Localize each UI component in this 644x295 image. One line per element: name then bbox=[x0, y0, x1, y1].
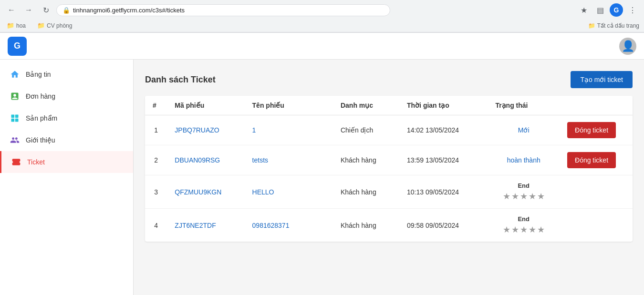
app-header: G 👤 bbox=[0, 33, 644, 60]
sidebar-item-bang-tin-label: Bảng tin bbox=[26, 71, 51, 78]
svg-rect-0 bbox=[11, 115, 15, 118]
status-moi: Mới bbox=[518, 126, 530, 134]
cell-thoigian: 14:02 13/05/2024 bbox=[399, 115, 488, 145]
cell-thoigian: 09:58 09/05/2024 bbox=[399, 209, 488, 242]
bookmark-hoa-label: hoa bbox=[16, 22, 26, 29]
cell-num: 4 bbox=[145, 209, 167, 242]
table-row: 2DBUAN09RSGtetstsKhách hàng13:59 13/05/2… bbox=[145, 145, 633, 175]
bookmark-star-button[interactable]: ★ bbox=[577, 3, 591, 17]
security-icon: 🔒 bbox=[62, 7, 70, 14]
star-1[interactable]: ★ bbox=[503, 191, 510, 202]
sidebar-item-san-pham[interactable]: Sản phẩm bbox=[0, 107, 133, 129]
ten-phieu-link[interactable]: HELLO bbox=[252, 188, 274, 196]
sidebar-item-gioi-thieu-label: Giới thiệu bbox=[26, 136, 55, 144]
cell-ten[interactable]: HELLO bbox=[245, 175, 333, 209]
cell-ten[interactable]: 0981628371 bbox=[245, 209, 333, 242]
col-header-thoigian: Thời gian tạo bbox=[399, 96, 488, 115]
cell-ten[interactable]: tetsts bbox=[245, 145, 333, 175]
ten-phieu-link[interactable]: 1 bbox=[252, 126, 256, 134]
cell-ma[interactable]: ZJT6NE2TDF bbox=[167, 209, 244, 242]
col-header-trangthai: Trạng thái bbox=[488, 96, 560, 115]
cell-danhmuc: Khách hàng bbox=[333, 145, 399, 175]
back-button[interactable]: ← bbox=[5, 3, 18, 17]
ma-phieu-link[interactable]: DBUAN09RSG bbox=[175, 156, 220, 164]
cell-action bbox=[560, 175, 633, 209]
stars-rating[interactable]: ★ ★ ★ ★ ★ bbox=[503, 191, 545, 202]
cell-ma[interactable]: JPBQ7RUAZO bbox=[167, 115, 244, 145]
star-3[interactable]: ★ bbox=[520, 224, 528, 235]
star-5[interactable]: ★ bbox=[537, 224, 545, 235]
forward-button[interactable]: → bbox=[22, 3, 35, 17]
sidebar-item-don-hang[interactable]: Đơn hàng bbox=[0, 85, 133, 107]
page-title: Danh sách Ticket bbox=[145, 75, 216, 85]
referral-icon bbox=[10, 135, 20, 145]
ten-phieu-link[interactable]: 0981628371 bbox=[252, 222, 290, 229]
status-hoanthanh: hoàn thành bbox=[507, 156, 540, 164]
cell-num: 3 bbox=[145, 175, 167, 209]
user-avatar[interactable]: 👤 bbox=[619, 38, 636, 55]
sidebar-item-bang-tin[interactable]: Bảng tin bbox=[0, 63, 133, 85]
cell-danhmuc: Chiến dịch bbox=[333, 115, 399, 145]
end-status: End ★ ★ ★ ★ ★ bbox=[495, 215, 552, 235]
cell-num: 1 bbox=[145, 115, 167, 145]
end-status: End ★ ★ ★ ★ ★ bbox=[495, 182, 552, 202]
dong-ticket-button[interactable]: Đóng ticket bbox=[567, 122, 616, 138]
sidebar: Bảng tin Đơn hàng Sản phẩm Giới thiệu Ti… bbox=[0, 60, 134, 295]
profile-button[interactable]: G bbox=[610, 3, 623, 17]
cell-num: 2 bbox=[145, 145, 167, 175]
star-4[interactable]: ★ bbox=[529, 191, 536, 202]
bookmark-cv-phong[interactable]: 📁 CV phòng bbox=[35, 21, 74, 30]
address-bar[interactable]: 🔒 tinhnangmoi6.getflycrm.com/c3s#/ticket… bbox=[56, 4, 390, 16]
all-bookmarks[interactable]: 📁 Tất cả dấu trang bbox=[588, 22, 639, 29]
cell-ma[interactable]: QFZMUU9KGN bbox=[167, 175, 244, 209]
folder-icon-2: 📁 bbox=[37, 22, 45, 29]
sidebar-item-san-pham-label: Sản phẩm bbox=[26, 114, 57, 122]
content-area: Danh sách Ticket Tạo mới ticket # Mã phi… bbox=[134, 60, 644, 295]
cell-trangthai: Mới bbox=[488, 115, 560, 145]
stars-rating[interactable]: ★ ★ ★ ★ ★ bbox=[503, 224, 545, 235]
cell-ten[interactable]: 1 bbox=[245, 115, 333, 145]
ticket-icon bbox=[11, 157, 21, 167]
products-icon bbox=[10, 113, 20, 123]
ten-phieu-link[interactable]: tetsts bbox=[252, 156, 268, 164]
bookmark-cv-phong-label: CV phòng bbox=[47, 22, 72, 29]
star-3[interactable]: ★ bbox=[520, 191, 528, 202]
table-row: 1JPBQ7RUAZO1Chiến dịch14:02 13/05/2024Mớ… bbox=[145, 115, 633, 145]
table-row: 4ZJT6NE2TDF0981628371Khách hàng09:58 09/… bbox=[145, 209, 633, 242]
menu-button[interactable]: ⋮ bbox=[626, 3, 639, 17]
cell-action: Đóng ticket bbox=[560, 145, 633, 175]
ma-phieu-link[interactable]: QFZMUU9KGN bbox=[175, 188, 221, 196]
cell-thoigian: 13:59 13/05/2024 bbox=[399, 145, 488, 175]
reload-button[interactable]: ↻ bbox=[39, 3, 52, 17]
svg-rect-2 bbox=[11, 119, 15, 122]
url-text: tinhnangmoi6.getflycrm.com/c3s#/tickets bbox=[73, 7, 185, 14]
cell-thoigian: 10:13 09/05/2024 bbox=[399, 175, 488, 209]
app-logo[interactable]: G bbox=[8, 37, 27, 56]
cell-trangthai: hoàn thành bbox=[488, 145, 560, 175]
col-header-danhmuc: Danh mục bbox=[333, 96, 399, 115]
extension-button[interactable]: ▤ bbox=[593, 3, 607, 17]
folder-icon-all: 📁 bbox=[588, 22, 595, 29]
star-1[interactable]: ★ bbox=[503, 224, 510, 235]
folder-icon: 📁 bbox=[7, 22, 14, 29]
cell-trangthai: End ★ ★ ★ ★ ★ bbox=[488, 175, 560, 209]
col-header-ma: Mã phiếu bbox=[167, 96, 244, 115]
bookmark-hoa[interactable]: 📁 hoa bbox=[5, 21, 28, 30]
create-ticket-button[interactable]: Tạo mới ticket bbox=[571, 71, 633, 88]
end-label: End bbox=[518, 182, 530, 189]
star-2[interactable]: ★ bbox=[511, 191, 519, 202]
star-5[interactable]: ★ bbox=[537, 191, 545, 202]
star-4[interactable]: ★ bbox=[529, 224, 536, 235]
cell-action bbox=[560, 209, 633, 242]
star-2[interactable]: ★ bbox=[511, 224, 519, 235]
cell-danhmuc: Khách hàng bbox=[333, 175, 399, 209]
cell-ma[interactable]: DBUAN09RSG bbox=[167, 145, 244, 175]
sidebar-item-gioi-thieu[interactable]: Giới thiệu bbox=[0, 129, 133, 151]
tickets-table: # Mã phiếu Tên phiếu Danh mục Thời gian … bbox=[145, 96, 633, 242]
ma-phieu-link[interactable]: JPBQ7RUAZO bbox=[175, 126, 219, 134]
dong-ticket-button[interactable]: Đóng ticket bbox=[567, 152, 616, 168]
ma-phieu-link[interactable]: ZJT6NE2TDF bbox=[175, 222, 216, 229]
sidebar-item-ticket-label: Ticket bbox=[27, 158, 45, 166]
sidebar-item-ticket[interactable]: Ticket bbox=[0, 151, 133, 173]
svg-rect-3 bbox=[15, 119, 19, 122]
